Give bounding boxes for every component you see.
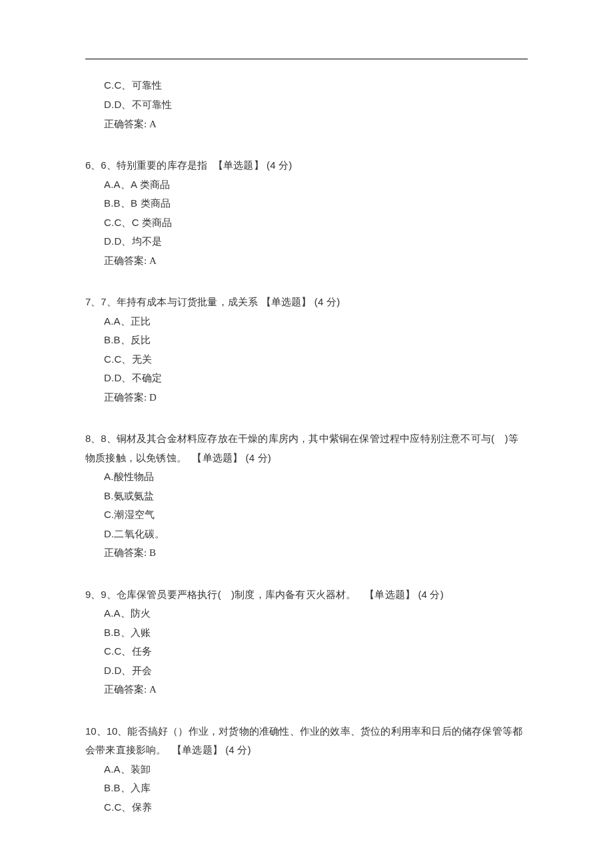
option-prefix: B.B、	[104, 782, 131, 793]
option-prefix: D.D、	[104, 372, 132, 383]
option-d: D.D、不可靠性	[104, 95, 528, 114]
options-list: A.A、装卸 B.B、入库 C.C、保养	[85, 760, 528, 817]
option-text: 正比	[131, 315, 151, 327]
question-type-tag: 【单选题】	[213, 159, 264, 171]
question-stem: 10、10、能否搞好（）作业，对货物的准确性、作业的效率、货位的利用率和日后的储…	[85, 722, 528, 760]
option-prefix: C.C、	[104, 801, 132, 813]
option-c: C.C、可靠性	[104, 75, 528, 95]
correct-answer-value: D	[149, 392, 157, 403]
option-text: 可靠性	[132, 79, 163, 91]
question-number: 8、8、	[85, 433, 117, 444]
option-prefix: A.A、	[104, 607, 131, 619]
question-stem: 9、9、仓库保管员要严格执行( )制度，库内备有灭火器材。 【单选题】 (4 分…	[85, 585, 528, 605]
option-a: A.A、正比	[104, 312, 528, 331]
option-prefix: B.B、	[104, 334, 131, 345]
correct-answer: 正确答案: A	[85, 251, 528, 271]
option-prefix: C.C、	[104, 79, 132, 91]
question-9: 9、9、仓库保管员要严格执行( )制度，库内备有灭火器材。 【单选题】 (4 分…	[85, 585, 528, 699]
option-prefix: A.A、	[104, 179, 131, 190]
option-text: 任务	[132, 645, 152, 657]
option-prefix: C.	[104, 509, 114, 520]
question-text: 能否搞好（）作业，对货物的准确性、作业的效率、货位的利用率和日后的储存保管等都会…	[85, 725, 522, 756]
option-prefix: D.D、	[104, 99, 132, 110]
option-a: A.A、防火	[104, 604, 528, 623]
options-list: A.酸性物品 B.氨或氨盐 C.潮湿空气 D.二氧化碳。	[85, 467, 528, 543]
header-rule	[85, 59, 528, 59]
option-prefix: B.B、	[104, 627, 131, 638]
correct-answer: 正确答案: B	[85, 543, 528, 563]
option-prefix: C.C、	[104, 217, 132, 228]
option-prefix: D.D、	[104, 235, 132, 247]
option-d: D.二氧化碳。	[104, 525, 528, 544]
question-type-tag: 【单选题】	[364, 589, 415, 600]
option-b: B.B、入账	[104, 623, 528, 643]
question-stem: 7、7、年持有成本与订货批量，成关系 【单选题】 (4 分)	[85, 293, 528, 312]
option-text: 无关	[132, 353, 152, 365]
option-text: 不可靠性	[132, 99, 173, 110]
question-stem: 8、8、铜材及其合金材料应存放在干燥的库房内，其中紫铜在保管过程中应特别注意不可…	[85, 429, 528, 467]
option-a: A.A、装卸	[104, 760, 528, 779]
correct-answer-value: A	[149, 255, 157, 266]
option-text: 保养	[132, 801, 152, 813]
option-prefix: A.	[104, 471, 114, 482]
correct-answer: 正确答案: D	[85, 388, 528, 407]
option-text: 酸性物品	[114, 471, 155, 482]
question-number: 10、10、	[85, 725, 127, 737]
option-b: B.B、反比	[104, 331, 528, 350]
option-a: A.酸性物品	[104, 467, 528, 487]
question-points: (4 分)	[267, 159, 293, 171]
option-c: C.C、C 类商品	[104, 213, 528, 233]
option-text: 均不是	[132, 235, 163, 247]
option-d: D.D、不确定	[104, 369, 528, 388]
option-b: B.B、入库	[104, 779, 528, 798]
option-text: 开会	[132, 665, 152, 676]
question-type-tag: 【单选题】	[192, 452, 243, 463]
question-type-tag: 【单选题】	[261, 296, 312, 307]
option-text: 入库	[131, 782, 151, 793]
option-prefix: B.B、	[104, 197, 131, 209]
option-text: 二氧化碳。	[114, 528, 165, 539]
option-text: B 类商品	[131, 197, 171, 209]
option-prefix: A.A、	[104, 315, 131, 327]
option-prefix: C.C、	[104, 645, 132, 657]
question-8: 8、8、铜材及其合金材料应存放在干燥的库房内，其中紫铜在保管过程中应特别注意不可…	[85, 429, 528, 563]
option-text: 防火	[131, 607, 151, 619]
options-list: A.A、A 类商品 B.B、B 类商品 C.C、C 类商品 D.D、均不是	[85, 175, 528, 251]
question-text: 仓库保管员要严格执行( )制度，库内备有灭火器材。	[117, 589, 356, 600]
question-number: 7、7、	[85, 296, 117, 307]
correct-answer-label: 正确答案:	[104, 684, 147, 695]
question-text: 特别重要的库存是指	[117, 159, 208, 171]
page-content: C.C、可靠性 D.D、不可靠性 正确答案: A 6、6、特别重要的库存是指 【…	[0, 0, 613, 868]
option-text: 反比	[131, 334, 151, 345]
continued-question-block: C.C、可靠性 D.D、不可靠性 正确答案: A	[85, 75, 528, 133]
option-text: 装卸	[131, 763, 151, 775]
option-c: C.C、任务	[104, 642, 528, 661]
correct-answer-label: 正确答案:	[104, 119, 147, 129]
question-points: (4 分)	[246, 452, 272, 463]
question-stem: 6、6、特别重要的库存是指 【单选题】 (4 分)	[85, 156, 528, 175]
correct-answer-value: A	[149, 119, 157, 129]
option-text: 潮湿空气	[114, 509, 155, 520]
option-d: D.D、开会	[104, 661, 528, 681]
correct-answer-value: A	[149, 684, 157, 695]
option-prefix: B.	[104, 490, 114, 501]
question-points: (4 分)	[314, 296, 340, 307]
option-text: 入账	[131, 627, 151, 638]
options-list: A.A、防火 B.B、入账 C.C、任务 D.D、开会	[85, 604, 528, 680]
question-text: 年持有成本与订货批量，成关系	[117, 296, 259, 307]
option-prefix: D.D、	[104, 665, 132, 676]
continued-options-list: C.C、可靠性 D.D、不可靠性	[85, 75, 528, 115]
question-6: 6、6、特别重要的库存是指 【单选题】 (4 分) A.A、A 类商品 B.B、…	[85, 156, 528, 270]
option-c: C.C、保养	[104, 798, 528, 817]
options-list: A.A、正比 B.B、反比 C.C、无关 D.D、不确定	[85, 312, 528, 388]
option-a: A.A、A 类商品	[104, 175, 528, 195]
question-10: 10、10、能否搞好（）作业，对货物的准确性、作业的效率、货位的利用率和日后的储…	[85, 722, 528, 817]
question-number: 6、6、	[85, 159, 117, 171]
question-7: 7、7、年持有成本与订货批量，成关系 【单选题】 (4 分) A.A、正比 B.…	[85, 293, 528, 407]
option-c: C.潮湿空气	[104, 505, 528, 525]
question-points: (4 分)	[225, 744, 251, 755]
option-c: C.C、无关	[104, 350, 528, 369]
option-d: D.D、均不是	[104, 232, 528, 251]
option-b: B.B、B 类商品	[104, 194, 528, 213]
option-prefix: D.	[104, 528, 114, 539]
